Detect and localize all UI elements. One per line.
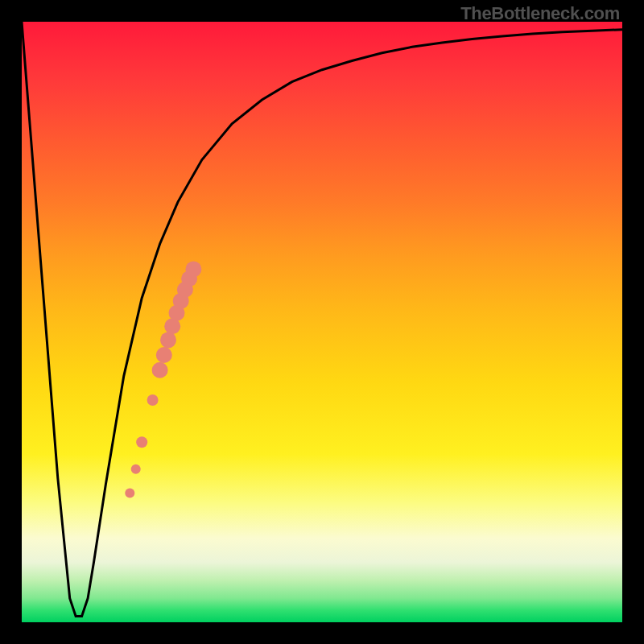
- highlight-marker: [156, 347, 172, 363]
- chart-container: TheBottleneck.com: [0, 0, 644, 644]
- highlight-marker: [160, 332, 176, 348]
- highlight-marker: [125, 489, 134, 498]
- highlight-marker: [136, 436, 147, 448]
- highlight-marker: [147, 394, 159, 406]
- curve-line: [22, 22, 622, 617]
- highlight-marker: [131, 464, 141, 474]
- highlight-marker: [185, 261, 201, 277]
- bottleneck-curve-path: [22, 22, 622, 617]
- highlight-markers: [125, 261, 201, 497]
- chart-svg: [22, 22, 622, 622]
- highlight-marker: [152, 362, 168, 378]
